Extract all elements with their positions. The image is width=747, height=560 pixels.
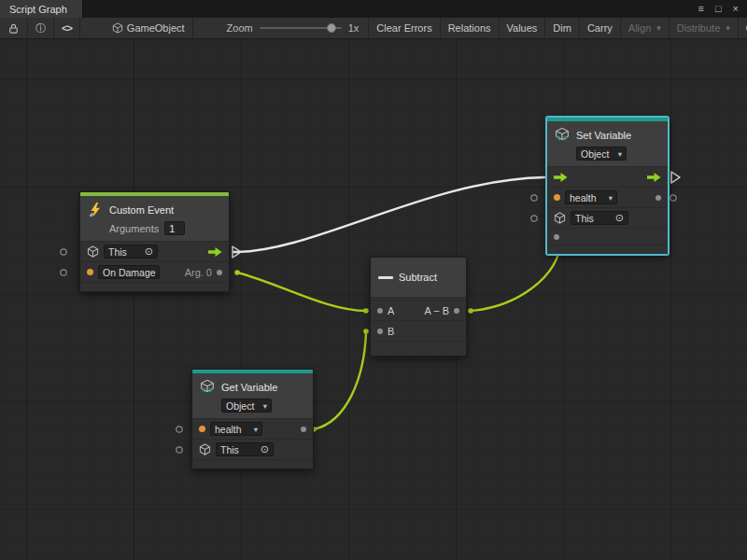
tab-bar: Script Graph ≡ □ × [0,0,747,18]
flow-output-port[interactable] [647,173,661,182]
arguments-label: Arguments [109,223,159,234]
window-menu-icon[interactable]: ≡ [698,4,703,14]
gameobject-cube-icon [554,212,566,224]
value-wire-getvariable-to-subtract-b[interactable] [314,333,366,429]
target-picker-icon[interactable]: ⊙ [261,444,269,455]
node-title: Set Variable [576,130,631,141]
chevron-down-icon: ▾ [263,401,267,411]
input-a-port[interactable] [377,308,383,314]
zoom-slider[interactable] [260,27,342,29]
node-set-variable[interactable]: Set Variable Object ▾ [546,117,669,255]
chip-label: health [215,424,242,435]
target-picker-icon[interactable]: ⊙ [145,246,153,257]
chevron-down-icon: ▾ [618,149,622,159]
chip-label: This [108,246,127,258]
zoom-slider-handle[interactable] [327,23,336,33]
port-row-variable-name: health ▾ [192,418,313,439]
close-icon[interactable]: × [733,4,739,14]
variable-name-dropdown[interactable]: health ▾ [210,422,262,436]
wire-endpoint [363,329,369,334]
graph-toolbar: ⓘ <> GameObject Zoom 1x Clear Errors Rel… [0,18,747,39]
dim-button[interactable]: Dim [545,18,580,38]
node-custom-event[interactable]: Custom Event Arguments 1 This ⊙ [79,191,230,292]
wire-endpoint [363,308,369,314]
port-row-flow [547,166,668,187]
target-dropdown[interactable]: This ⊙ [104,245,158,259]
clear-errors-button[interactable]: Clear Errors [368,18,440,38]
chip-label: Object [226,400,254,412]
target-dropdown[interactable]: This ⊙ [216,442,274,456]
overview-button[interactable]: Overv [739,18,747,38]
event-name-chip[interactable]: On Damage [98,265,160,279]
node-subtract[interactable]: Subtract A A − B B [370,257,467,357]
chevron-down-icon: ▾ [656,23,661,33]
lock-button[interactable] [0,18,28,38]
align-label: Align [628,22,651,34]
flow-input-port[interactable] [554,173,568,182]
maximize-icon[interactable]: □ [715,4,722,14]
arg-output-port[interactable] [217,270,222,275]
node-header[interactable]: Custom Event Arguments 1 [80,196,229,241]
align-button[interactable]: Align ▾ [621,18,669,38]
port-marker [531,195,537,201]
relations-label: Relations [448,22,491,34]
value-output-port[interactable] [301,427,306,432]
variable-name-dropdown[interactable]: health ▾ [565,190,617,204]
event-value-port[interactable] [87,269,93,275]
values-label: Values [507,22,538,34]
value-output-port[interactable] [655,195,661,201]
relations-button[interactable]: Relations [441,18,500,38]
chip-label: On Damage [103,267,156,278]
node-footer [192,459,313,469]
variable-name-port[interactable] [199,426,205,432]
values-button[interactable]: Values [500,18,546,38]
target-dropdown[interactable]: This ⊙ [571,211,628,225]
port-marker [176,447,182,453]
variable-name-port[interactable] [554,194,560,201]
scope-dropdown[interactable]: Object ▾ [221,399,272,413]
tab-label: Script Graph [9,4,67,15]
code-icon: <> [62,22,72,34]
chip-label: This [575,213,594,224]
window-controls: ≡ □ × [698,0,747,18]
value-wire-arg0-to-subtract-a[interactable] [237,273,366,311]
input-b-label: B [388,326,394,337]
variable-cube-icon [554,127,571,144]
gameobject-button[interactable]: GameObject [105,18,193,38]
edit-script-button[interactable]: <> [54,18,80,38]
chevron-down-icon: ▾ [726,23,730,33]
node-header[interactable]: Get Variable Object ▾ [192,373,313,418]
carry-button[interactable]: Carry [580,18,621,38]
port-marker [176,427,182,432]
flow-wire-customevent-to-setvariable[interactable] [233,177,544,252]
chip-label: This [220,444,239,455]
chip-label: health [570,192,597,203]
graph-canvas[interactable]: Custom Event Arguments 1 This ⊙ [0,39,747,560]
info-button[interactable]: ⓘ [28,18,54,38]
port-row-b: B [371,320,466,341]
node-header[interactable]: Subtract [371,258,466,297]
gameobject-label: GameObject [127,22,185,34]
node-get-variable[interactable]: Get Variable Object ▾ health ▾ [191,369,314,469]
subtract-icon [378,276,393,279]
output-port[interactable] [454,308,459,314]
zoom-label: Zoom [227,22,253,34]
info-icon: ⓘ [35,21,46,35]
target-picker-icon[interactable]: ⊙ [615,213,624,223]
input-b-port[interactable] [377,329,383,334]
node-header[interactable]: Set Variable Object ▾ [547,121,668,166]
port-row-event: On Damage Arg. 0 [80,261,229,282]
gameobject-cube-icon [87,245,99,258]
output-label: A − B [424,305,449,316]
arguments-input[interactable]: 1 [164,221,185,235]
value-input-port[interactable] [554,234,559,240]
distribute-button[interactable]: Distribute ▾ [669,18,739,38]
scope-dropdown[interactable]: Object ▾ [576,147,627,161]
lock-icon [7,22,20,35]
tab-script-graph[interactable]: Script Graph [0,0,83,18]
flow-output-port[interactable] [208,247,222,257]
input-a-label: A [388,305,394,316]
node-footer [371,341,466,356]
gameobject-cube-icon [199,443,211,455]
node-footer [547,245,668,254]
